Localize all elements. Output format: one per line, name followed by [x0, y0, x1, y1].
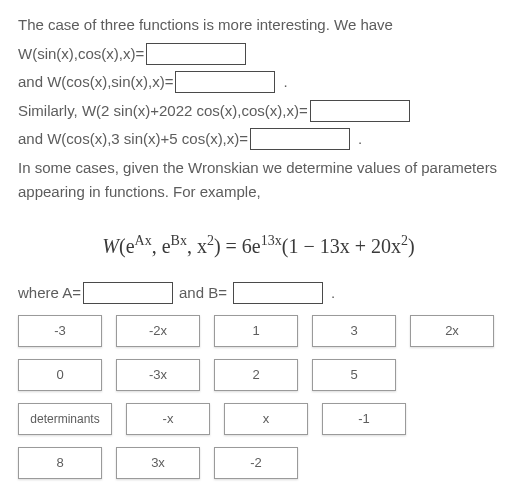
line2-period: . — [283, 71, 287, 94]
tile-determinants[interactable]: determinants — [18, 403, 112, 435]
tile-8[interactable]: 8 — [18, 447, 102, 479]
eq-Bx: Bx — [171, 233, 187, 248]
eq-c2: , x — [187, 234, 207, 256]
tile-2x[interactable]: 2x — [410, 315, 494, 347]
blank-w-combo1[interactable] — [310, 100, 410, 122]
tile-neg2x[interactable]: -2x — [116, 315, 200, 347]
wronskian-equation: W(eAx, eBx, x2) = 6e13x(1 − 13x + 20x2) — [18, 230, 499, 261]
line4-period: . — [358, 128, 362, 151]
intro-text: The case of three functions is more inte… — [18, 14, 499, 37]
where-mid: and B= — [179, 282, 227, 305]
tile-neg3x[interactable]: -3x — [116, 359, 200, 391]
line3-prefix: Similarly, W(2 sin(x)+2022 cos(x),cos(x)… — [18, 100, 308, 123]
para2-line1: In some cases, given the Wronskian we de… — [18, 157, 499, 180]
wronskian-line-4: and W(cos(x),3 sin(x)+5 cos(x),x)= . — [18, 128, 499, 151]
eq-open: (e — [119, 234, 135, 256]
tile-1[interactable]: 1 — [214, 315, 298, 347]
eq-mid: ) = 6e — [214, 234, 261, 256]
tile-neg3[interactable]: -3 — [18, 315, 102, 347]
blank-w-cos-sin-x[interactable] — [175, 71, 275, 93]
eq-sq: 2 — [207, 233, 214, 248]
wronskian-line-2: and W(cos(x),sin(x),x)= . — [18, 71, 499, 94]
tile-neg2[interactable]: -2 — [214, 447, 298, 479]
answer-tiles: -3 -2x 1 3 2x 0 -3x 2 5 determinants -x … — [18, 315, 499, 479]
tile-2[interactable]: 2 — [214, 359, 298, 391]
wronskian-line-1: W(sin(x),cos(x),x)= — [18, 43, 499, 66]
where-pre: where A= — [18, 282, 81, 305]
blank-w-combo2[interactable] — [250, 128, 350, 150]
tile-3x[interactable]: 3x — [116, 447, 200, 479]
tile-x[interactable]: x — [224, 403, 308, 435]
where-line: where A= and B= . — [18, 282, 499, 305]
para2-line2: appearing in functions. For example, — [18, 181, 499, 204]
line1-prefix: W(sin(x),cos(x),x)= — [18, 43, 144, 66]
tile-negx[interactable]: -x — [126, 403, 210, 435]
blank-w-sin-cos-x[interactable] — [146, 43, 246, 65]
line2-prefix: and W(cos(x),sin(x),x)= — [18, 71, 173, 94]
eq-c1: , e — [152, 234, 171, 256]
blank-A[interactable] — [83, 282, 173, 304]
blank-B[interactable] — [233, 282, 323, 304]
where-period: . — [331, 282, 335, 305]
tile-0[interactable]: 0 — [18, 359, 102, 391]
eq-13x: 13x — [261, 233, 282, 248]
tile-3[interactable]: 3 — [312, 315, 396, 347]
wronskian-line-3: Similarly, W(2 sin(x)+2022 cos(x),cos(x)… — [18, 100, 499, 123]
tile-neg1[interactable]: -1 — [322, 403, 406, 435]
eq-Ax: Ax — [135, 233, 152, 248]
line4-prefix: and W(cos(x),3 sin(x)+5 cos(x),x)= — [18, 128, 248, 151]
eq-rhs-open: (1 − 13x + 20x — [282, 234, 401, 256]
eq-rhs-close: ) — [408, 234, 415, 256]
tile-5[interactable]: 5 — [312, 359, 396, 391]
exercise-page: The case of three functions is more inte… — [0, 0, 509, 489]
eq-W: W — [102, 234, 119, 256]
eq-rhs-sq: 2 — [401, 233, 408, 248]
